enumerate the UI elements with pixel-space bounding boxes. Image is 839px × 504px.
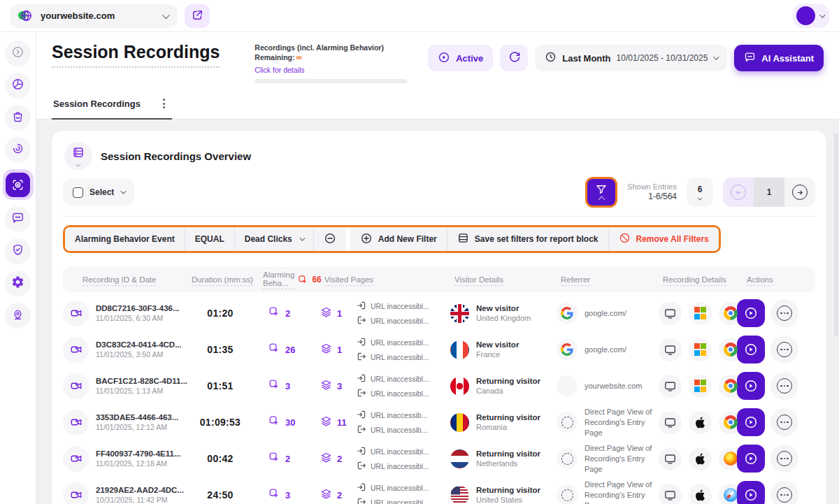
remaining-progress-bar (254, 79, 407, 83)
recording-id: D3C83C24-0414-4CD... (96, 340, 182, 349)
report-block-button[interactable] (64, 142, 92, 170)
exit-page[interactable]: URL inaccessibl... (357, 497, 429, 504)
current-page[interactable]: 1 (754, 178, 784, 207)
prev-page-button[interactable] (723, 178, 754, 207)
entry-page[interactable]: URL inaccessibl... (357, 446, 429, 457)
entry-page[interactable]: URL inaccessibl... (357, 373, 429, 384)
heatmap-spiral-icon (11, 142, 24, 158)
col-visitor-details: Visitor Details (450, 275, 557, 284)
duration-value: 01:20 (182, 308, 259, 319)
tab-session-recordings[interactable]: Session Recordings (52, 93, 172, 120)
tab-menu-kebab-icon[interactable] (159, 97, 169, 110)
top-bar: yourwebsite.com (0, 0, 839, 32)
google-referrer-icon (557, 339, 578, 360)
us-flag-icon (450, 486, 469, 504)
desktop-icon (659, 302, 682, 325)
sidebar-item-collapse[interactable] (5, 41, 31, 66)
layers-icon (320, 415, 332, 429)
more-actions-button[interactable] (770, 299, 798, 327)
click-for-details-link[interactable]: Click for details (254, 66, 304, 74)
direct-referrer-icon (557, 484, 578, 504)
table-row[interactable]: 3353DAE5-4466-463... 11/01/2025, 12:12 A… (63, 404, 815, 440)
entry-page[interactable]: URL inaccessibl... (357, 301, 429, 312)
sidebar-item-session-recordings[interactable] (3, 169, 34, 200)
play-recording-button[interactable] (737, 336, 765, 363)
save-filters-button[interactable]: Save set filters for report block (447, 227, 609, 251)
more-actions-button[interactable] (770, 408, 798, 436)
play-recording-button[interactable] (737, 445, 765, 473)
ellipsis-icon (777, 378, 792, 394)
filter-operator[interactable]: EQUAL (185, 227, 235, 251)
select-checkbox[interactable] (73, 187, 83, 198)
exit-page[interactable]: URL inaccessib... (357, 424, 427, 435)
entry-page[interactable]: URL inaccessib... (357, 410, 427, 421)
filter-value-dropdown[interactable]: Dead Clicks (235, 227, 314, 251)
table-row[interactable]: BACF1C21-828C-4D11... 11/01/2025, 1:13 A… (63, 368, 815, 404)
filters-toggle-button[interactable] (585, 177, 617, 208)
exit-page[interactable]: URL inaccessibl... (357, 352, 429, 363)
exit-page[interactable]: URL inaccessibl... (357, 461, 429, 472)
journey-pin-icon (11, 308, 24, 324)
table-row[interactable]: FF400937-4790-4E11... 11/01/2025, 12:18 … (63, 440, 815, 477)
play-recording-button[interactable] (737, 481, 765, 504)
infinity-value: ∞ (296, 52, 303, 62)
active-status-button[interactable]: Active (428, 45, 493, 71)
duration-value: 00:42 (182, 453, 259, 464)
sidebar-item-security[interactable] (5, 238, 31, 264)
exit-page[interactable]: URL inaccessibl... (357, 388, 429, 399)
select-dropdown[interactable]: Select (63, 179, 134, 206)
sidebar-item-settings[interactable] (5, 271, 31, 296)
chevron-down-icon (714, 54, 719, 59)
sidebar-item-feedback[interactable] (5, 206, 31, 232)
alarming-count: 2 (259, 452, 320, 466)
gb-flag-icon (450, 304, 469, 323)
open-website-button[interactable] (185, 4, 210, 28)
exit-page[interactable]: URL inaccessibl... (357, 315, 429, 326)
sidebar-item-journeys[interactable] (5, 303, 31, 329)
video-camera-icon (63, 482, 89, 504)
dead-click-icon (268, 343, 280, 357)
alarming-count: 3 (259, 488, 320, 502)
remove-all-filters-button[interactable]: Remove All Filters (609, 227, 719, 251)
windows-icon (689, 375, 712, 398)
sidebar-item-heatmaps[interactable] (5, 137, 31, 163)
filter-field[interactable]: Alarming Behavior Event (65, 227, 185, 251)
entry-page[interactable]: URL inaccessibl... (357, 337, 429, 348)
plus-circle-icon (360, 232, 373, 247)
minus-circle-icon (324, 232, 336, 247)
recording-id: BACF1C21-828C-4D11... (96, 377, 187, 385)
add-new-filter-button[interactable]: Add New Filter (350, 227, 447, 251)
remove-filter-button[interactable] (314, 227, 346, 251)
recording-date: 11/01/2025, 6:30 AM (96, 314, 180, 322)
table-row[interactable]: D3C83C24-0414-4CD... 11/01/2025, 3:50 AM… (63, 331, 815, 368)
play-recording-button[interactable] (737, 408, 765, 436)
more-actions-button[interactable] (770, 481, 798, 504)
next-page-button[interactable] (784, 178, 815, 207)
per-page-selector[interactable]: 6 (687, 178, 713, 207)
referrer-text: yourwebsite.com (585, 381, 643, 391)
col-recording-id: Recording ID & Date (63, 275, 182, 284)
refresh-button[interactable] (500, 45, 528, 71)
page-enter-icon (357, 373, 366, 384)
user-menu[interactable] (793, 3, 829, 28)
website-name: yourwebsite.com (41, 10, 155, 21)
more-actions-button[interactable] (770, 372, 798, 400)
recording-id: FF400937-4790-4E11... (96, 449, 180, 458)
entry-page[interactable]: URL inaccessibl... (357, 482, 429, 494)
play-recording-button[interactable] (737, 299, 765, 327)
play-recording-button[interactable] (737, 372, 765, 400)
scrollbar[interactable] (834, 134, 838, 336)
website-selector[interactable]: yourwebsite.com (10, 4, 178, 28)
sidebar-item-conversions[interactable] (5, 105, 31, 131)
dead-click-icon (268, 415, 280, 429)
date-range-picker[interactable]: Last Month 10/01/2025 - 10/31/2025 (535, 45, 727, 71)
ai-assistant-button[interactable]: AI Assistant (734, 45, 824, 71)
table-body: DD8C7216-30F3-436... 11/01/2025, 6:30 AM… (63, 295, 815, 504)
clock-icon (545, 51, 557, 65)
sidebar-item-dashboard[interactable] (5, 73, 31, 99)
more-actions-button[interactable] (770, 336, 798, 363)
table-row[interactable]: DD8C7216-30F3-436... 11/01/2025, 6:30 AM… (63, 295, 815, 331)
more-actions-button[interactable] (770, 445, 798, 473)
table-row[interactable]: 21929AE2-AAD2-4DC... 10/31/2025, 11:42 P… (63, 477, 815, 504)
pie-chart-icon (11, 78, 24, 94)
